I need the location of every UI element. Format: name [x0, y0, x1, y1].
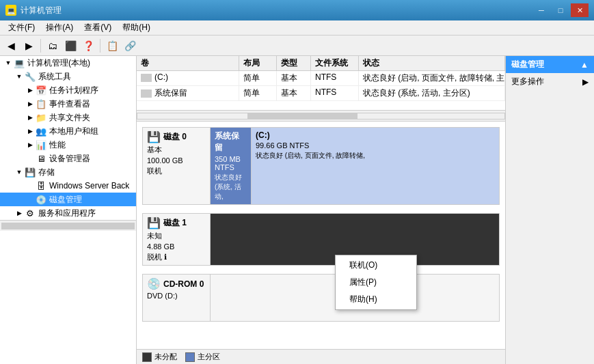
toolbar-sep1 [40, 39, 41, 53]
tree-expand-services[interactable]: ▶ [14, 210, 25, 216]
context-menu: 联机(O)属性(P)帮助(H) [335, 255, 417, 310]
partition-disk0-1[interactable]: (C:) 99.66 GB NTFS 状态良好 (启动, 页面文件, 故障转储, [252, 128, 499, 204]
disk-row-disk1: 💾 磁盘 1 未知 4.88 GB 脱机 ℹ [142, 213, 500, 266]
status-bar: 未分配 主分区 [137, 349, 505, 364]
tree-icon-sharedfolders: 📁 [36, 112, 46, 123]
sidebar-item-storage[interactable]: ▼💾存储 [0, 165, 136, 179]
sidebar-item-sharedfolders[interactable]: ▶📁共享文件夹 [0, 111, 136, 124]
tree-label-computer: 计算机管理(本地) [27, 57, 90, 69]
partition-size-disk0-1: 99.66 GB NTFS [256, 141, 495, 150]
tree-label-eventvwr: 事件查看器 [49, 98, 90, 110]
legend-primary-box [185, 352, 195, 362]
right-panel-more-actions[interactable]: 更多操作 ▶ [506, 73, 594, 90]
disk-name-cdrom0: CD-ROM 0 [163, 279, 204, 289]
tree-expand-performance[interactable]: ▶ [25, 141, 36, 148]
list-view: 卷 布局 类型 文件系统 状态 (C:) 简单 基本 NTFS 状态良好 (启动… [137, 56, 505, 111]
tree-expand-sharedfolders[interactable]: ▶ [25, 114, 36, 121]
sidebar-item-eventvwr[interactable]: ▶📋事件查看器 [0, 97, 136, 111]
col-header-fs[interactable]: 文件系统 [311, 56, 359, 70]
sidebar-item-wsbak[interactable]: 🗄Windows Server Back [0, 179, 136, 193]
right-panel-header: 磁盘管理 ▲ [506, 56, 594, 73]
legend-unallocated-box [142, 352, 152, 362]
sidebar-item-services[interactable]: ▶⚙服务和应用程序 [0, 206, 136, 220]
tree-expand-localusers[interactable]: ▶ [25, 128, 36, 135]
partition-disk0-0[interactable]: 系统保留 350 MB NTFS 状态良好 (系统, 活动, [211, 128, 252, 204]
cell-volume-1: 系统保留 [137, 86, 239, 100]
col-header-status[interactable]: 状态 [359, 56, 505, 70]
disk-name-disk1: 磁盘 1 [163, 217, 187, 229]
col-header-volume[interactable]: 卷 [137, 56, 239, 70]
center-content: 卷 布局 类型 文件系统 状态 (C:) 简单 基本 NTFS 状态良好 (启动… [137, 56, 505, 364]
sidebar-item-systemtools[interactable]: ▼🔧系统工具 [0, 70, 136, 83]
tree-icon-performance: 📊 [36, 139, 46, 150]
menu-item-操作(A)[interactable]: 操作(A) [40, 20, 79, 36]
right-panel-collapse-icon[interactable]: ▲ [580, 60, 589, 70]
close-button[interactable]: ✕ [571, 3, 589, 17]
context-menu-item-help[interactable]: 帮助(H) [336, 291, 416, 308]
menu-item-查看(V)[interactable]: 查看(V) [79, 20, 117, 36]
disk-row-cdrom0: 💿 CD-ROM 0 DVD (D:) [142, 274, 500, 322]
disk-view-wrap: 💾 磁盘 0 基本 100.00 GB 联机 系统保留 350 MB NTFS … [137, 122, 505, 349]
tree-expand-storage[interactable]: ▼ [14, 169, 25, 176]
toolbar-btn4[interactable]: 📋 [104, 38, 120, 54]
tree-expand-taskscheduler[interactable]: ▶ [25, 87, 36, 94]
restore-button[interactable]: □ [552, 3, 569, 17]
h-scroll-area[interactable] [137, 111, 505, 122]
context-menu-item-props[interactable]: 属性(P) [336, 274, 416, 291]
toolbar-back[interactable]: ◀ [3, 38, 19, 54]
toolbar-btn5[interactable]: 🔗 [122, 38, 138, 54]
right-panel-more-actions-arrow: ▶ [582, 77, 589, 87]
sidebar: ▼💻计算机管理(本地)▼🔧系统工具▶📅任务计划程序▶📋事件查看器▶📁共享文件夹▶… [0, 56, 137, 364]
tree-label-wsbak: Windows Server Back [49, 181, 129, 191]
menu-bar: 文件(F)操作(A)查看(V)帮助(H) [0, 20, 594, 36]
list-row-1[interactable]: 系统保留 简单 基本 NTFS 状态良好 (系统, 活动, 主分区) [137, 86, 505, 101]
tree-expand-systemtools[interactable]: ▼ [14, 73, 25, 80]
disk-size-disk0: 100.00 GB [147, 156, 206, 165]
tree-icon-diskmgmt: 💿 [36, 194, 46, 205]
toolbar-forward[interactable]: ▶ [21, 38, 37, 54]
sidebar-item-performance[interactable]: ▶📊性能 [0, 138, 136, 152]
disk-row-disk0: 💾 磁盘 0 基本 100.00 GB 联机 系统保留 350 MB NTFS … [142, 127, 500, 205]
legend-primary-label: 主分区 [198, 352, 220, 362]
disk-status-disk0: 联机 [147, 166, 206, 176]
col-header-layout[interactable]: 布局 [239, 56, 277, 70]
minimize-button[interactable]: ─ [532, 3, 550, 17]
cell-layout-1: 简单 [239, 86, 277, 100]
sidebar-item-computer[interactable]: ▼💻计算机管理(本地) [0, 56, 136, 70]
list-row-0[interactable]: (C:) 简单 基本 NTFS 状态良好 (启动, 页面文件, 故障转储, 主分… [137, 71, 505, 86]
sidebar-item-taskscheduler[interactable]: ▶📅任务计划程序 [0, 83, 136, 97]
disk-icon-disk0: 💾 [147, 130, 161, 143]
partition-name-disk0-1: (C:) [256, 130, 495, 140]
partition-status-disk0-1: 状态良好 (启动, 页面文件, 故障转储, [256, 151, 495, 160]
disk-type-cdrom0: DVD (D:) [147, 292, 206, 300]
tree-expand-eventvwr[interactable]: ▶ [25, 100, 36, 107]
tree-icon-storage: 💾 [25, 167, 36, 178]
cell-fs-1: NTFS [311, 86, 359, 100]
toolbar-btn3[interactable]: ❓ [80, 38, 96, 54]
right-panel: 磁盘管理 ▲ 更多操作 ▶ [505, 56, 594, 364]
cell-status-1: 状态良好 (系统, 活动, 主分区) [359, 86, 505, 100]
tree-label-performance: 性能 [49, 139, 66, 151]
sidebar-item-diskmgmt[interactable]: 💿磁盘管理 [0, 193, 136, 206]
partition-size-disk0-0: 350 MB NTFS [215, 155, 247, 171]
title-bar: 💻 计算机管理 ─ □ ✕ [0, 0, 594, 20]
menu-item-文件(F)[interactable]: 文件(F) [3, 20, 40, 36]
tree-icon-eventvwr: 📋 [36, 98, 46, 109]
col-header-type[interactable]: 类型 [277, 56, 311, 70]
toolbar-sep2 [100, 39, 100, 53]
sidebar-item-devmgr[interactable]: 🖥设备管理器 [0, 152, 136, 165]
cell-layout-0: 简单 [239, 71, 277, 85]
cell-type-0: 基本 [277, 71, 311, 85]
context-menu-item-online[interactable]: 联机(O) [336, 257, 416, 274]
menu-item-帮助(H)[interactable]: 帮助(H) [117, 20, 156, 36]
sidebar-item-localusers[interactable]: ▶👥本地用户和组 [0, 124, 136, 138]
tree-expand-computer[interactable]: ▼ [3, 59, 14, 66]
disk-info-disk0: 💾 磁盘 0 基本 100.00 GB 联机 [142, 127, 211, 205]
legend-unallocated-label: 未分配 [154, 352, 177, 362]
main-container: ▼💻计算机管理(本地)▼🔧系统工具▶📅任务计划程序▶📋事件查看器▶📁共享文件夹▶… [0, 56, 594, 364]
disk-info-disk1: 💾 磁盘 1 未知 4.88 GB 脱机 ℹ [142, 213, 211, 266]
disk-partitions-disk0: 系统保留 350 MB NTFS 状态良好 (系统, 活动, (C:) 99.6… [211, 127, 500, 205]
toolbar-btn2[interactable]: ⬛ [62, 38, 79, 54]
toolbar-btn1[interactable]: 🗂 [44, 38, 61, 54]
tree-icon-services: ⚙ [25, 208, 36, 219]
